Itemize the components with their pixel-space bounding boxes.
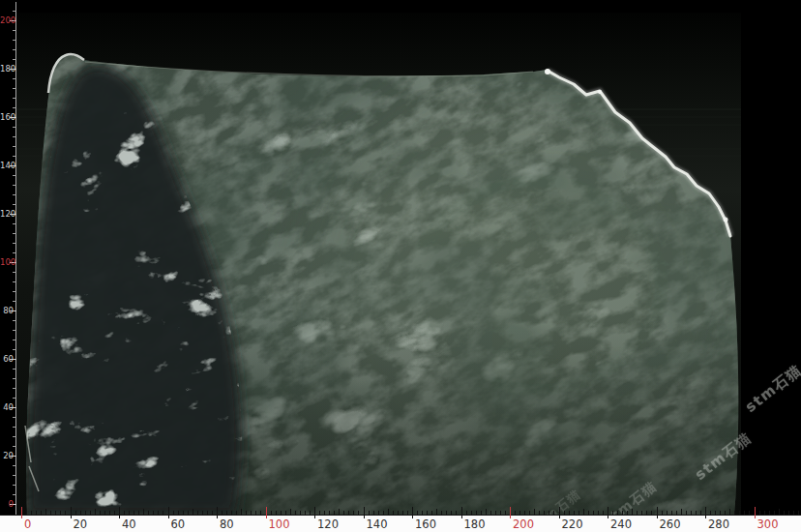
slab-photo xyxy=(0,0,801,532)
slab-scan-viewer: stm石猫stm石猫stm石猫stm石猫 2001801601401201008… xyxy=(0,0,801,532)
